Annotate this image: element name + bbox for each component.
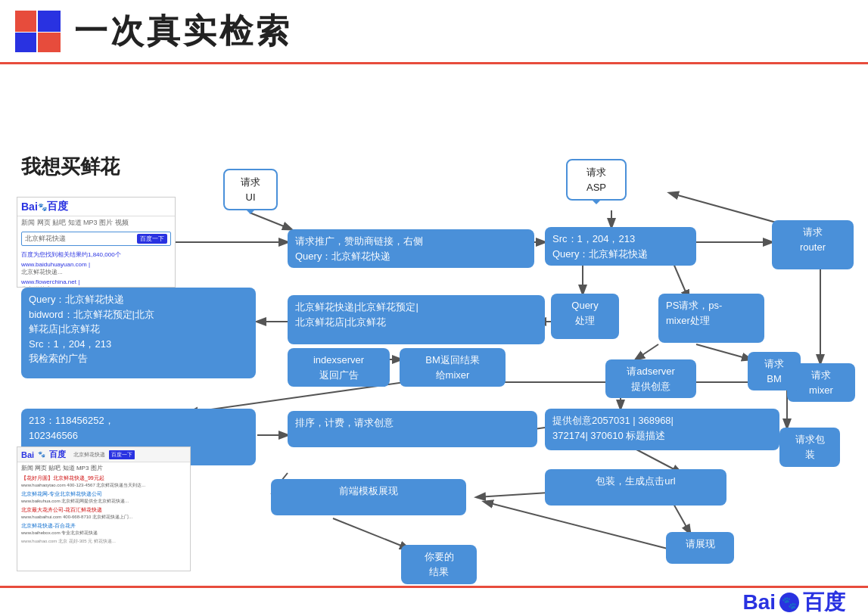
svg-line-30 (250, 213, 291, 229)
src-query-box: Src：1，204，213 Query：北京鲜花快递 (545, 227, 696, 266)
keywords-box: 北京鲜花快递|北京鲜花预定| 北京鲜花店|北京鲜花 (288, 295, 545, 344)
req-router-box: 请求router (772, 220, 854, 269)
svg-rect-3 (38, 33, 61, 52)
promo-request-box: 请求推广，赞助商链接，右侧 Query：北京鲜花快递 (288, 229, 534, 268)
baidu-results-screenshot: Bai🐾百度 北京鲜花快递 百度一下 新闻 网页 贴吧 知道 MP3 图片 【花… (17, 446, 191, 571)
svg-rect-2 (38, 11, 61, 32)
req-bm-box: 请求 BM (748, 352, 801, 390)
svg-rect-0 (15, 11, 36, 32)
creative-box: 提供创意2057031 | 368968| 372174| 370610 标题描… (545, 409, 779, 450)
pack-url-box: 包装，生成点击url (545, 469, 726, 506)
query-process-box: Query 处理 (551, 294, 619, 339)
svg-line-15 (696, 344, 751, 359)
req-ui-box: 请求 UI (223, 169, 278, 210)
baidu-search-screenshot: Bai🐾百度 新闻 网页 贴吧 知道 MP3 图片 视频 北京鲜花快递 百度一下… (17, 197, 176, 288)
ps-request-box: PS请求，ps- mixer处理 (658, 294, 764, 343)
user-query-label: 我想买鲜花 (21, 154, 120, 180)
main-diagram: 我想买鲜花 Bai🐾百度 新闻 网页 贴吧 知道 MP3 图片 视频 北京鲜花快… (0, 64, 868, 616)
req-display-box: 请展现 (666, 532, 734, 564)
bm-return-box: BM返回结果 给mixer (400, 348, 506, 387)
header: 一次真实检索 (0, 0, 868, 64)
svg-line-29 (333, 518, 409, 549)
adserver-box: 请adserver 提供创意 (605, 359, 696, 398)
svg-rect-1 (15, 33, 36, 52)
your-result-box: 你要的 结果 (401, 545, 477, 584)
page-title: 一次真实检索 (74, 9, 292, 54)
req-asp-box: 请求 ASP (566, 159, 627, 201)
footer-baidu-logo: Bai 🐾 百度 (742, 588, 845, 617)
svg-line-28 (484, 502, 667, 549)
svg-line-8 (670, 193, 787, 226)
frontend-box: 前端模板展现 (271, 479, 466, 515)
indexserver-box: indexserver 返回广告 (288, 348, 390, 387)
footer: Bai 🐾 百度 (0, 586, 868, 616)
svg-line-16 (636, 344, 658, 359)
req-pack-box: 请求包 装 (779, 428, 840, 467)
logo (15, 11, 61, 52)
query-bidword-box: Query：北京鲜花快递 bidword：北京鲜花预定|北京 鲜花店|北京鲜花 … (21, 288, 256, 378)
ranking-box: 排序，计费，请求创意 (288, 411, 537, 447)
svg-text:🐾: 🐾 (782, 596, 797, 610)
